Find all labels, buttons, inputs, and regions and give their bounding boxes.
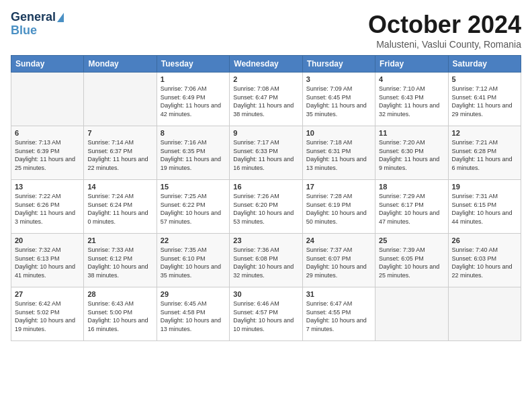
day-info: Sunrise: 7:37 AMSunset: 6:07 PMDaylight:… <box>306 246 371 279</box>
calendar-cell: 12Sunrise: 7:21 AMSunset: 6:28 PMDayligh… <box>448 126 521 180</box>
calendar-cell: 24Sunrise: 7:37 AMSunset: 6:07 PMDayligh… <box>302 234 375 287</box>
day-number: 17 <box>306 183 371 191</box>
header-friday: Friday <box>375 56 448 73</box>
calendar-cell: 6Sunrise: 7:13 AMSunset: 6:39 PMDaylight… <box>11 126 84 180</box>
day-info: Sunrise: 7:31 AMSunset: 6:15 PMDaylight:… <box>452 192 517 226</box>
calendar-week-1: 1Sunrise: 7:06 AMSunset: 6:49 PMDaylight… <box>11 73 521 126</box>
calendar-cell: 4Sunrise: 7:10 AMSunset: 6:43 PMDaylight… <box>375 73 448 126</box>
day-number: 6 <box>15 129 80 137</box>
calendar-cell: 7Sunrise: 7:14 AMSunset: 6:37 PMDaylight… <box>84 126 157 180</box>
header-saturday: Saturday <box>448 56 521 73</box>
day-number: 21 <box>87 236 152 244</box>
calendar-cell: 20Sunrise: 7:32 AMSunset: 6:13 PMDayligh… <box>11 234 84 287</box>
day-number: 10 <box>306 129 371 137</box>
calendar-cell <box>84 73 157 126</box>
logo-text-blue: Blue <box>11 24 37 38</box>
calendar-cell: 28Sunrise: 6:43 AMSunset: 5:00 PMDayligh… <box>84 287 157 341</box>
location-title: Malusteni, Vaslui County, Romania <box>368 39 521 50</box>
day-info: Sunrise: 7:20 AMSunset: 6:30 PMDaylight:… <box>379 138 444 172</box>
calendar-cell: 25Sunrise: 7:39 AMSunset: 6:05 PMDayligh… <box>375 234 448 287</box>
day-info: Sunrise: 7:33 AMSunset: 6:12 PMDaylight:… <box>87 246 152 279</box>
day-info: Sunrise: 7:18 AMSunset: 6:31 PMDaylight:… <box>306 138 371 172</box>
calendar-cell: 11Sunrise: 7:20 AMSunset: 6:30 PMDayligh… <box>375 126 448 180</box>
logo-triangle-icon <box>57 13 64 22</box>
day-info: Sunrise: 7:40 AMSunset: 6:03 PMDaylight:… <box>452 246 517 279</box>
day-number: 27 <box>15 290 80 298</box>
day-info: Sunrise: 7:35 AMSunset: 6:10 PMDaylight:… <box>161 246 226 279</box>
day-info: Sunrise: 7:16 AMSunset: 6:35 PMDaylight:… <box>161 138 226 172</box>
logo: General Blue <box>11 11 64 38</box>
header-wednesday: Wednesday <box>230 56 302 73</box>
day-info: Sunrise: 7:13 AMSunset: 6:39 PMDaylight:… <box>15 138 80 172</box>
day-number: 29 <box>161 290 226 298</box>
day-number: 19 <box>452 183 517 191</box>
calendar-cell: 29Sunrise: 6:45 AMSunset: 4:58 PMDayligh… <box>157 287 229 341</box>
day-info: Sunrise: 6:47 AMSunset: 4:55 PMDaylight:… <box>306 300 371 333</box>
day-info: Sunrise: 7:14 AMSunset: 6:37 PMDaylight:… <box>87 138 152 172</box>
calendar-cell: 26Sunrise: 7:40 AMSunset: 6:03 PMDayligh… <box>448 234 521 287</box>
calendar-cell: 14Sunrise: 7:24 AMSunset: 6:24 PMDayligh… <box>84 180 157 234</box>
day-number: 24 <box>306 236 371 244</box>
day-info: Sunrise: 7:25 AMSunset: 6:22 PMDaylight:… <box>161 192 226 226</box>
day-number: 2 <box>233 75 298 83</box>
calendar-cell <box>11 73 84 126</box>
calendar-cell: 17Sunrise: 7:28 AMSunset: 6:19 PMDayligh… <box>302 180 375 234</box>
day-info: Sunrise: 7:08 AMSunset: 6:47 PMDaylight:… <box>233 85 298 118</box>
calendar-cell <box>375 287 448 341</box>
day-info: Sunrise: 7:10 AMSunset: 6:43 PMDaylight:… <box>379 85 444 118</box>
day-info: Sunrise: 7:12 AMSunset: 6:41 PMDaylight:… <box>452 85 517 118</box>
day-number: 12 <box>452 129 517 137</box>
calendar-cell: 15Sunrise: 7:25 AMSunset: 6:22 PMDayligh… <box>157 180 229 234</box>
day-number: 9 <box>233 129 298 137</box>
calendar-cell: 8Sunrise: 7:16 AMSunset: 6:35 PMDaylight… <box>157 126 229 180</box>
day-number: 31 <box>306 290 371 298</box>
day-info: Sunrise: 7:28 AMSunset: 6:19 PMDaylight:… <box>306 192 371 226</box>
day-number: 18 <box>379 183 444 191</box>
day-info: Sunrise: 6:43 AMSunset: 5:00 PMDaylight:… <box>87 300 152 333</box>
day-info: Sunrise: 7:26 AMSunset: 6:20 PMDaylight:… <box>233 192 298 226</box>
day-info: Sunrise: 7:24 AMSunset: 6:24 PMDaylight:… <box>87 192 152 226</box>
calendar-header-row: SundayMondayTuesdayWednesdayThursdayFrid… <box>11 56 521 73</box>
calendar-cell: 23Sunrise: 7:36 AMSunset: 6:08 PMDayligh… <box>230 234 302 287</box>
day-info: Sunrise: 7:17 AMSunset: 6:33 PMDaylight:… <box>233 138 298 172</box>
calendar-cell: 27Sunrise: 6:42 AMSunset: 5:02 PMDayligh… <box>11 287 84 341</box>
calendar-week-5: 27Sunrise: 6:42 AMSunset: 5:02 PMDayligh… <box>11 287 521 341</box>
calendar-cell: 1Sunrise: 7:06 AMSunset: 6:49 PMDaylight… <box>157 73 229 126</box>
day-number: 7 <box>87 129 152 137</box>
calendar-cell: 16Sunrise: 7:26 AMSunset: 6:20 PMDayligh… <box>230 180 302 234</box>
calendar-week-3: 13Sunrise: 7:22 AMSunset: 6:26 PMDayligh… <box>11 180 521 234</box>
day-info: Sunrise: 7:22 AMSunset: 6:26 PMDaylight:… <box>15 192 80 226</box>
day-info: Sunrise: 7:39 AMSunset: 6:05 PMDaylight:… <box>379 246 444 279</box>
calendar-cell: 31Sunrise: 6:47 AMSunset: 4:55 PMDayligh… <box>302 287 375 341</box>
calendar-cell <box>448 287 521 341</box>
calendar-cell: 9Sunrise: 7:17 AMSunset: 6:33 PMDaylight… <box>230 126 302 180</box>
day-info: Sunrise: 7:36 AMSunset: 6:08 PMDaylight:… <box>233 246 298 279</box>
day-number: 13 <box>15 183 80 191</box>
day-number: 20 <box>15 236 80 244</box>
day-number: 3 <box>306 75 371 83</box>
day-number: 30 <box>233 290 298 298</box>
calendar-cell: 5Sunrise: 7:12 AMSunset: 6:41 PMDaylight… <box>448 73 521 126</box>
calendar-table: SundayMondayTuesdayWednesdayThursdayFrid… <box>11 55 521 341</box>
day-number: 22 <box>161 236 226 244</box>
day-number: 5 <box>452 75 517 83</box>
day-number: 8 <box>161 129 226 137</box>
month-title: October 2024 <box>368 11 521 39</box>
calendar-cell: 13Sunrise: 7:22 AMSunset: 6:26 PMDayligh… <box>11 180 84 234</box>
day-number: 26 <box>452 236 517 244</box>
day-number: 15 <box>161 183 226 191</box>
day-number: 14 <box>87 183 152 191</box>
header-thursday: Thursday <box>302 56 375 73</box>
day-number: 11 <box>379 129 444 137</box>
day-number: 16 <box>233 183 298 191</box>
day-number: 23 <box>233 236 298 244</box>
day-info: Sunrise: 7:09 AMSunset: 6:45 PMDaylight:… <box>306 85 371 118</box>
calendar-cell: 18Sunrise: 7:29 AMSunset: 6:17 PMDayligh… <box>375 180 448 234</box>
day-number: 4 <box>379 75 444 83</box>
day-info: Sunrise: 7:29 AMSunset: 6:17 PMDaylight:… <box>379 192 444 226</box>
calendar-week-2: 6Sunrise: 7:13 AMSunset: 6:39 PMDaylight… <box>11 126 521 180</box>
logo-text-general: General <box>11 11 56 24</box>
page-header: General Blue October 2024 Malusteni, Vas… <box>11 11 521 50</box>
day-info: Sunrise: 6:46 AMSunset: 4:57 PMDaylight:… <box>233 300 298 333</box>
day-info: Sunrise: 6:42 AMSunset: 5:02 PMDaylight:… <box>15 300 80 333</box>
